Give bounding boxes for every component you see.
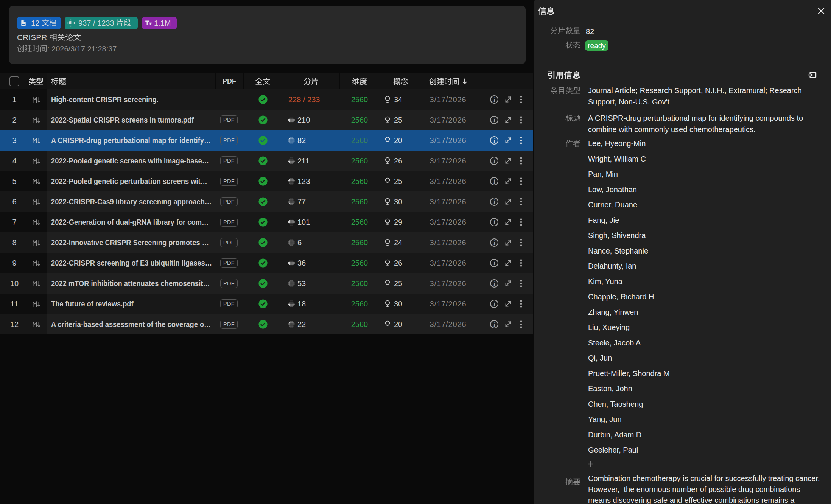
svg-text:i: i [493,219,495,226]
svg-text:i: i [493,137,495,144]
svg-text:i: i [493,96,495,103]
svg-text:i: i [493,157,495,165]
svg-text:i: i [493,280,495,287]
svg-text:i: i [493,198,495,205]
svg-text:i: i [493,321,495,328]
svg-text:i: i [493,178,495,185]
svg-text:i: i [493,300,495,308]
svg-text:i: i [493,239,495,246]
svg-text:i: i [493,260,495,267]
svg-text:i: i [493,117,495,124]
